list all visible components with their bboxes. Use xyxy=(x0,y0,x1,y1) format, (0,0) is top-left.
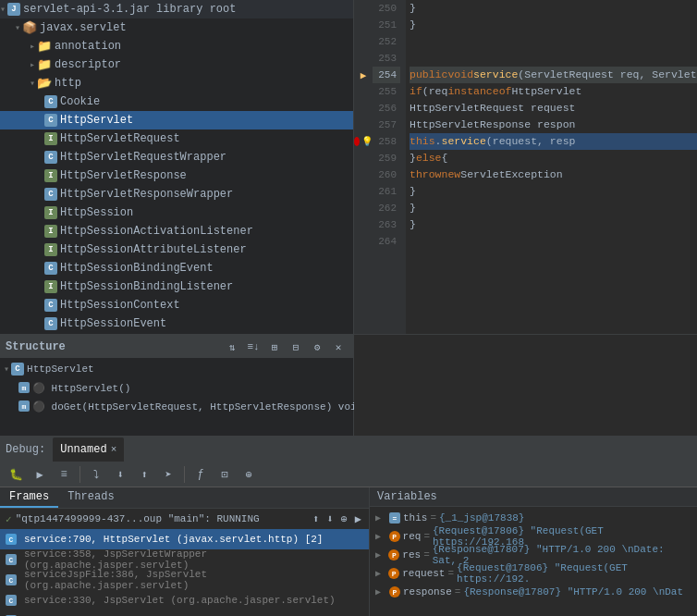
gutter-line-252 xyxy=(354,33,373,50)
thread-action-2[interactable]: ⊕ xyxy=(339,512,349,526)
frame-item-3[interactable]: CserviceJspFile:386, JspServlet (org.apa… xyxy=(0,570,369,590)
expand-arrow[interactable]: ▸ xyxy=(30,41,35,52)
step-over-button[interactable]: ⤵ xyxy=(86,464,106,485)
tree-label: HttpServletResponse xyxy=(57,169,187,182)
tree-item-httpsessionbindingevent[interactable]: CHttpSessionBindingEvent xyxy=(0,259,353,277)
tab-frames[interactable]: Frames xyxy=(0,487,58,508)
var-expand-arrow[interactable]: ▶ xyxy=(375,549,385,561)
line-number-258: 258 xyxy=(373,133,400,150)
tree-item-httpservletresponsewrapper[interactable]: CHttpServletResponseWrapper xyxy=(0,185,353,203)
tab-unnamed[interactable]: Unnamed × xyxy=(53,437,124,462)
gutter-line-260 xyxy=(354,166,373,183)
tree-item-httpsessionattributelistener[interactable]: IHttpSessionAttributeListener xyxy=(0,240,353,259)
tree-item-descriptor[interactable]: ▸📁descriptor xyxy=(0,55,353,74)
lightbulb-icon[interactable]: 💡 xyxy=(361,136,373,147)
line-number-255: 255 xyxy=(373,83,400,100)
frame-item-1[interactable]: Cservice:790, HttpServlet (javax.servlet… xyxy=(0,529,369,549)
var-item-response[interactable]: ▶Presponse = {Response@17807} "HTTP/1.0 … xyxy=(370,583,697,601)
tree-item-httpsessionevent[interactable]: CHttpSessionEvent xyxy=(0,314,353,333)
var-expand-arrow[interactable]: ▶ xyxy=(375,531,386,542)
expand-arrow[interactable]: ▸ xyxy=(30,59,35,70)
tab-threads[interactable]: Threads xyxy=(58,487,123,508)
gutter-line-256 xyxy=(354,100,373,117)
var-item-res[interactable]: ▶Pres = {Response@17807} "HTTP/1.0 200 \… xyxy=(370,546,697,564)
tree-item-annotation[interactable]: ▸📁annotation xyxy=(0,37,353,55)
debug-tab-bar: Debug: Unnamed × xyxy=(0,437,697,462)
console-button[interactable]: ▶ xyxy=(30,464,50,485)
var-item-this[interactable]: ▶=this = {_1_jsp@17838} xyxy=(370,509,697,527)
code-line-251: } xyxy=(410,17,697,33)
line-numbers: 2502512522532542552562572582592602612622… xyxy=(373,0,406,334)
debugger-button[interactable]: 🐛 xyxy=(6,464,26,485)
tree-label: annotation xyxy=(52,40,121,53)
structure-item-⚫doget(httpservletrequest,httpservletresponse)void[interactable]: m⚫ doGet(HttpServletRequest, HttpServlet… xyxy=(4,397,349,415)
line-number-260: 260 xyxy=(373,166,400,183)
variables-title: Variables xyxy=(377,490,437,503)
step-into-button[interactable]: ⬇ xyxy=(110,464,130,485)
step-out-button[interactable]: ⬆ xyxy=(134,464,154,485)
tree-item-httpsessionactivationlistener[interactable]: IHttpSessionActivationListener xyxy=(0,222,353,240)
var-equals: = xyxy=(455,586,461,598)
close-button[interactable]: ✕ xyxy=(329,338,348,356)
var-expand-arrow[interactable]: ▶ xyxy=(375,586,386,598)
frame-item-4[interactable]: Cservice:330, JspServlet (org.apache.jas… xyxy=(0,590,369,610)
tree-item-httpservletresponse[interactable]: IHttpServletResponse xyxy=(0,166,353,185)
frame-label: service:790, HttpServlet (javax.servlet.… xyxy=(24,534,323,545)
var-equals: = xyxy=(447,568,454,579)
var-expand-arrow[interactable]: ▶ xyxy=(375,512,386,524)
sort-type-button[interactable]: ≡↓ xyxy=(244,338,263,356)
var-name-label: res xyxy=(402,549,421,561)
package-icon: 📦 xyxy=(22,20,37,35)
tree-label: HttpSession xyxy=(57,206,133,219)
thread-action-3[interactable]: ▶ xyxy=(353,512,363,526)
tree-item-httpservletrequest[interactable]: IHttpServletRequest xyxy=(0,129,353,148)
expand-arrow[interactable]: ▾ xyxy=(15,22,20,33)
tree-label: HttpSessionContext xyxy=(57,299,180,312)
gutter-line-251 xyxy=(354,17,373,33)
tree-item-servlet-api-3.1.jar-library-root[interactable]: ▾Jservlet-api-3.1.jar library root xyxy=(0,0,353,18)
list-button[interactable]: ≡ xyxy=(54,464,74,485)
tree-item-httpsessionbindinglistener[interactable]: IHttpSessionBindingListener xyxy=(0,277,353,296)
tab-close-button[interactable]: × xyxy=(111,444,117,455)
sort-alpha-button[interactable]: ⇅ xyxy=(223,338,241,356)
var-type-icon: P xyxy=(389,586,400,598)
frame-item-2[interactable]: Cservice:358, JspServletWrapper (org.apa… xyxy=(0,549,369,570)
tree-item-javax.servlet[interactable]: ▾📦javax.servlet xyxy=(0,18,353,37)
gutter-line-257 xyxy=(354,117,373,133)
settings-button[interactable]: ⚙ xyxy=(308,338,326,356)
tree-item-cookie[interactable]: CCookie xyxy=(0,92,353,111)
frame-label: service:330, JspServlet (org.apache.jasp… xyxy=(24,595,336,606)
tree-label: http xyxy=(52,77,81,90)
tree-label: HttpServletRequestWrapper xyxy=(57,151,226,164)
debug-settings-button[interactable]: ⊕ xyxy=(238,464,259,485)
code-line-250: } xyxy=(410,0,697,17)
tree-item-httpsession[interactable]: IHttpSession xyxy=(0,203,353,222)
tree-item-httpservletrequestwrapper[interactable]: CHttpServletRequestWrapper xyxy=(0,148,353,166)
breakpoint-dot[interactable] xyxy=(354,137,360,146)
expand-all-button[interactable]: ⊞ xyxy=(265,338,284,356)
line-number-251: 251 xyxy=(373,17,400,33)
var-expand-arrow[interactable]: ▶ xyxy=(375,568,385,579)
collapse-all-button[interactable]: ⊟ xyxy=(287,338,305,356)
structure-item-⚫httpservlet()[interactable]: m⚫ HttpServlet() xyxy=(4,378,349,397)
var-item-request[interactable]: ▶Prequest = {Request@17806} "Request(GET… xyxy=(370,564,697,583)
structure-item-httpservlet[interactable]: ▾CHttpServlet xyxy=(4,360,349,378)
thread-action-0[interactable]: ⬆ xyxy=(311,512,321,526)
expand-arrow[interactable]: ▾ xyxy=(0,4,6,15)
structure-header: Structure ⇅ ≡↓ ⊞ ⊟ ⚙ ✕ xyxy=(0,336,353,358)
thread-action-1[interactable]: ⬇ xyxy=(324,512,335,526)
frame-item-0[interactable]: ✓"qtp1447499999-437...oup "main": RUNNIN… xyxy=(0,509,369,529)
var-item-req[interactable]: ▶Preq = {Request@17806} "Request(GET htt… xyxy=(370,527,697,546)
frame-item-5[interactable]: Cservice:112, JettyHttpServletH... xyxy=(0,610,369,616)
expand-arrow[interactable]: ▾ xyxy=(30,78,35,89)
tree-item-httpsessioncontext[interactable]: CHttpSessionContext xyxy=(0,296,353,314)
tree-item-httpservlet[interactable]: CHttpServlet xyxy=(0,111,353,129)
evaluate-button[interactable]: ƒ xyxy=(190,464,211,485)
gutter-line-262 xyxy=(354,200,373,216)
tree-item-http[interactable]: ▾📂http xyxy=(0,74,353,92)
thread-label: "qtp1447499999-437...oup "main": RUNNING xyxy=(16,513,307,524)
restore-layout-button[interactable]: ⊡ xyxy=(214,464,235,485)
structure-panel: Structure ⇅ ≡↓ ⊞ ⊟ ⚙ ✕ ▾CHttpServletm⚫ H… xyxy=(0,335,354,437)
run-to-cursor-button[interactable]: ➤ xyxy=(158,464,178,485)
debug-toolbar: 🐛 ▶ ≡ ⤵ ⬇ ⬆ ➤ ƒ ⊡ ⊕ xyxy=(0,462,697,487)
